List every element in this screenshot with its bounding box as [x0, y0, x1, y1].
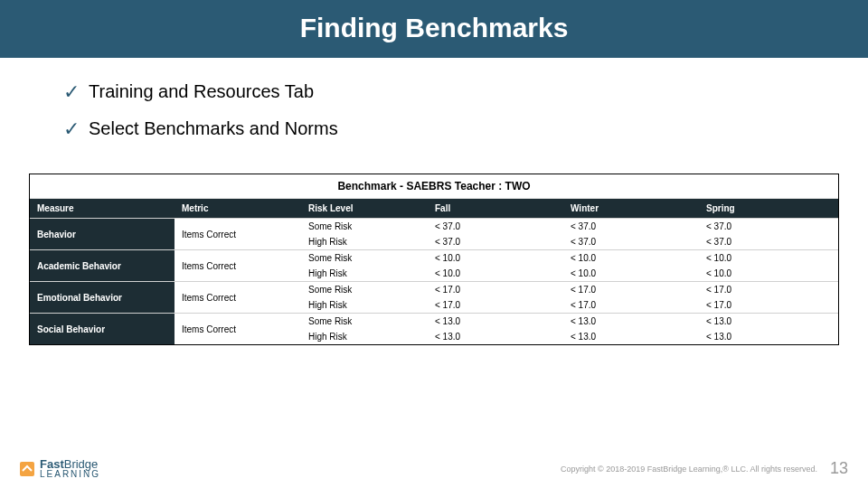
- spring-cell: < 10.0 < 10.0: [699, 250, 835, 281]
- svg-rect-0: [20, 462, 34, 476]
- check-icon: ✓: [63, 82, 80, 102]
- table-row: Academic Behavior Items Correct Some Ris…: [30, 249, 838, 281]
- cell-value: < 17.0: [699, 282, 835, 297]
- risk-cell: Some Risk High Risk: [301, 314, 428, 344]
- risk-cell: Some Risk High Risk: [301, 282, 428, 313]
- cell-value: < 10.0: [563, 250, 699, 266]
- cell-value: < 10.0: [699, 266, 835, 281]
- risk-value: High Risk: [301, 234, 428, 249]
- col-measure: Measure: [30, 199, 175, 218]
- fall-cell: < 13.0 < 13.0: [428, 314, 563, 344]
- logo-text: FastBridge Learning: [40, 458, 100, 479]
- cell-value: < 10.0: [428, 250, 563, 266]
- col-fall: Fall: [428, 199, 563, 218]
- spring-cell: < 13.0 < 13.0: [699, 314, 835, 344]
- cell-value: < 10.0: [563, 266, 699, 281]
- measure-cell: Emotional Behavior: [30, 282, 175, 313]
- metric-cell: Items Correct: [175, 219, 301, 249]
- winter-cell: < 17.0 < 17.0: [563, 282, 699, 313]
- fall-cell: < 17.0 < 17.0: [428, 282, 563, 313]
- measure-cell: Academic Behavior: [30, 250, 175, 281]
- cell-value: < 37.0: [428, 234, 563, 249]
- page-number: 13: [830, 459, 848, 478]
- col-metric: Metric: [175, 199, 301, 218]
- cell-value: < 37.0: [563, 234, 699, 249]
- spring-cell: < 17.0 < 17.0: [699, 282, 835, 313]
- cell-value: < 10.0: [428, 266, 563, 281]
- risk-value: Some Risk: [301, 219, 428, 234]
- cell-value: < 17.0: [428, 297, 563, 313]
- cell-value: < 13.0: [428, 314, 563, 329]
- winter-cell: < 37.0 < 37.0: [563, 219, 699, 249]
- cell-value: < 17.0: [563, 297, 699, 313]
- cell-value: < 13.0: [563, 314, 699, 329]
- risk-value: High Risk: [301, 266, 428, 281]
- cell-value: < 37.0: [699, 234, 835, 249]
- fall-cell: < 10.0 < 10.0: [428, 250, 563, 281]
- table-header-row: Measure Metric Risk Level Fall Winter Sp…: [30, 199, 838, 218]
- table-row: Behavior Items Correct Some Risk High Ri…: [30, 218, 838, 249]
- spring-cell: < 37.0 < 37.0: [699, 219, 835, 249]
- cell-value: High Risk: [301, 297, 428, 313]
- bullet-text: Select Benchmarks and Norms: [89, 118, 338, 139]
- cell-value: < 17.0: [563, 282, 699, 297]
- risk-value: Some Risk: [301, 250, 428, 266]
- cell-value: < 13.0: [699, 314, 835, 329]
- risk-cell: Some Risk High Risk: [301, 219, 428, 249]
- winter-cell: < 13.0 < 13.0: [563, 314, 699, 344]
- cell-value: Some Risk: [301, 282, 428, 297]
- cell-value: < 13.0: [428, 329, 563, 344]
- table-title: Benchmark - SAEBRS Teacher : TWO: [30, 174, 838, 199]
- fastbridge-logo: FastBridge Learning: [20, 458, 100, 479]
- logo-word-learning: Learning: [40, 470, 100, 479]
- logo-icon: [20, 462, 34, 476]
- cell-value: < 17.0: [428, 282, 563, 297]
- cell-value: < 17.0: [699, 297, 835, 313]
- table-row: Social Behavior Items Correct Some Risk …: [30, 313, 838, 344]
- col-risk-level: Risk Level: [301, 199, 428, 218]
- cell-value: < 10.0: [699, 250, 835, 266]
- benchmark-table: Benchmark - SAEBRS Teacher : TWO Measure…: [29, 174, 839, 345]
- cell-value: < 37.0: [428, 219, 563, 234]
- cell-value: < 13.0: [699, 329, 835, 344]
- bullet-item: ✓ Training and Resources Tab: [63, 81, 805, 102]
- fall-cell: < 37.0 < 37.0: [428, 219, 563, 249]
- footer: FastBridge Learning Copyright © 2018-201…: [0, 458, 868, 479]
- measure-cell: Social Behavior: [30, 314, 175, 344]
- cell-value: < 37.0: [699, 219, 835, 234]
- cell-value: High Risk: [301, 329, 428, 344]
- risk-cell: Some Risk High Risk: [301, 250, 428, 281]
- bullet-list: ✓ Training and Resources Tab ✓ Select Be…: [0, 58, 868, 164]
- col-spring: Spring: [699, 199, 835, 218]
- metric-cell: Items Correct: [175, 282, 301, 313]
- slide: Finding Benchmarks ✓ Training and Resour…: [0, 0, 868, 488]
- bullet-text: Training and Resources Tab: [89, 81, 314, 102]
- footer-right: Copyright © 2018-2019 FastBridge Learnin…: [561, 459, 848, 478]
- bullet-item: ✓ Select Benchmarks and Norms: [63, 118, 805, 139]
- table-row: Emotional Behavior Items Correct Some Ri…: [30, 281, 838, 313]
- slide-title: Finding Benchmarks: [0, 0, 868, 58]
- winter-cell: < 10.0 < 10.0: [563, 250, 699, 281]
- metric-cell: Items Correct: [175, 314, 301, 344]
- check-icon: ✓: [63, 119, 80, 139]
- cell-value: < 13.0: [563, 329, 699, 344]
- col-winter: Winter: [563, 199, 699, 218]
- metric-cell: Items Correct: [175, 250, 301, 281]
- copyright-text: Copyright © 2018-2019 FastBridge Learnin…: [561, 465, 817, 474]
- cell-value: Some Risk: [301, 314, 428, 329]
- cell-value: < 37.0: [563, 219, 699, 234]
- measure-cell: Behavior: [30, 219, 175, 249]
